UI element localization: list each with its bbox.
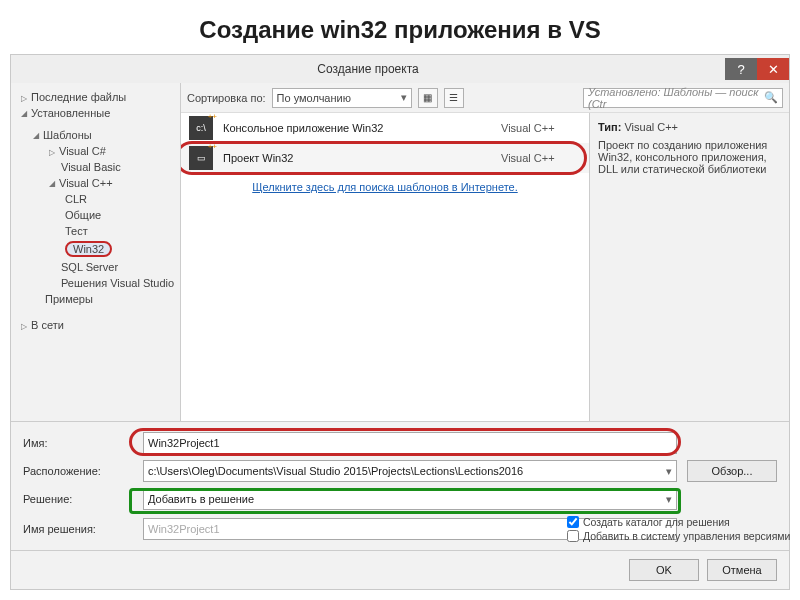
solution-label: Решение: <box>23 493 133 505</box>
search-input[interactable]: Установлено: Шаблоны — поиск (Ctr 🔍 <box>583 88 783 108</box>
template-tree: Последние файлы Установленные Шаблоны Vi… <box>11 83 181 421</box>
template-row[interactable]: c:\++ Консольное приложение Win32 Visual… <box>181 113 589 143</box>
name-input[interactable]: Win32Project1 <box>143 432 677 454</box>
help-icon[interactable]: ? <box>725 58 757 80</box>
template-detail: Тип: Visual C++ Проект по созданию прило… <box>589 113 789 421</box>
template-list: c:\++ Консольное приложение Win32 Visual… <box>181 113 589 421</box>
ok-button[interactable]: OK <box>629 559 699 581</box>
sort-dropdown[interactable]: По умолчанию <box>272 88 412 108</box>
detail-type: Visual C++ <box>624 121 678 133</box>
view-list-icon[interactable]: ☰ <box>444 88 464 108</box>
browse-button[interactable]: Обзор... <box>687 460 777 482</box>
create-directory-checkbox[interactable]: Создать каталог для решения <box>567 516 777 528</box>
close-icon[interactable]: ✕ <box>757 58 789 80</box>
new-project-dialog: Создание проекта ? ✕ Последние файлы Уст… <box>10 54 790 590</box>
template-row[interactable]: ▭++ Проект Win32 Visual C++ <box>181 143 589 173</box>
template-lang: Visual C++ <box>501 122 581 134</box>
win32-project-icon: ▭++ <box>189 146 213 170</box>
tree-general[interactable]: Общие <box>15 207 176 223</box>
add-source-control-checkbox[interactable]: Добавить в систему управления версиями <box>567 530 777 542</box>
template-name: Проект Win32 <box>223 152 491 164</box>
search-placeholder: Установлено: Шаблоны — поиск (Ctr <box>588 86 764 110</box>
tree-clr[interactable]: CLR <box>15 191 176 207</box>
online-templates-link[interactable]: Щелкните здесь для поиска шаблонов в Инт… <box>252 181 517 193</box>
tree-installed[interactable]: Установленные <box>15 105 176 121</box>
tree-win32[interactable]: Win32 <box>15 239 176 259</box>
template-lang: Visual C++ <box>501 152 581 164</box>
titlebar: Создание проекта ? ✕ <box>11 55 789 83</box>
cancel-button[interactable]: Отмена <box>707 559 777 581</box>
view-grid-icon[interactable]: ▦ <box>418 88 438 108</box>
slide-title: Создание win32 приложения в VS <box>0 0 800 54</box>
template-name: Консольное приложение Win32 <box>223 122 491 134</box>
tree-vssolutions[interactable]: Решения Visual Studio <box>15 275 176 291</box>
solution-dropdown[interactable]: Добавить в решение <box>143 488 677 510</box>
sort-label: Сортировка по: <box>187 92 266 104</box>
tree-csharp[interactable]: Visual C# <box>15 143 176 159</box>
detail-description: Проект по созданию приложения Win32, кон… <box>598 139 781 175</box>
detail-type-label: Тип: <box>598 121 621 133</box>
search-icon: 🔍 <box>764 91 778 104</box>
tree-vcpp[interactable]: Visual C++ <box>15 175 176 191</box>
project-form: Имя: Win32Project1 Расположение: c:\User… <box>11 421 789 550</box>
location-label: Расположение: <box>23 465 133 477</box>
tree-samples[interactable]: Примеры <box>15 291 176 307</box>
tree-templates[interactable]: Шаблоны <box>15 127 176 143</box>
toolbar: Сортировка по: По умолчанию ▦ ☰ Установл… <box>181 83 789 113</box>
dialog-title: Создание проекта <box>11 62 725 76</box>
console-app-icon: c:\++ <box>189 116 213 140</box>
online-templates-link-row: Щелкните здесь для поиска шаблонов в Инт… <box>181 173 589 201</box>
location-input[interactable]: c:\Users\Oleg\Documents\Visual Studio 20… <box>143 460 677 482</box>
tree-vb[interactable]: Visual Basic <box>15 159 176 175</box>
tree-test[interactable]: Тест <box>15 223 176 239</box>
tree-sql[interactable]: SQL Server <box>15 259 176 275</box>
solution-name-label: Имя решения: <box>23 523 133 535</box>
dialog-footer: OK Отмена <box>11 550 789 589</box>
tree-online[interactable]: В сети <box>15 317 176 333</box>
tree-recent[interactable]: Последние файлы <box>15 89 176 105</box>
name-label: Имя: <box>23 437 133 449</box>
